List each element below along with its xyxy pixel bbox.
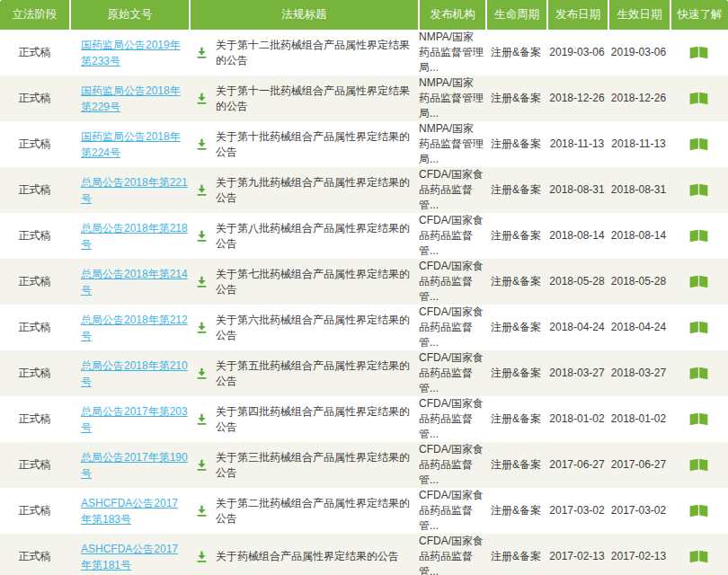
doc-number-link[interactable]: 总局公告2017年第203号	[81, 403, 189, 436]
open-book-icon[interactable]	[688, 457, 709, 473]
title-cell: 关于药械组合产品属性界定结果的公告	[189, 534, 418, 575]
quick-view-cell	[670, 442, 728, 488]
doc-number-link[interactable]: 总局公告2018年第218号	[81, 220, 189, 252]
regulation-title: 关于第十二批药械组合产品属性界定结果的公告	[216, 38, 418, 68]
col-header-original-doc-number: 原始文号	[69, 0, 189, 30]
agency-label: CFDA/国家食品药品监督管...	[418, 259, 484, 305]
download-icon[interactable]	[196, 551, 208, 562]
doc-number-cell: 总局公告2018年第212号	[69, 305, 189, 350]
effective-date-cell: 2019-03-06	[608, 30, 670, 75]
quick-view-cell	[670, 75, 728, 121]
download-icon[interactable]	[196, 184, 208, 196]
lifecycle-label: 注册&备案	[491, 182, 541, 198]
quick-view-cell	[670, 167, 728, 213]
doc-number-link[interactable]: 总局公告2018年第221号	[81, 174, 189, 207]
publish-date-cell: 2018-08-14	[546, 213, 608, 259]
open-book-icon[interactable]	[688, 411, 709, 427]
agency-cell: CFDA/国家食品药品监督管...	[418, 396, 485, 442]
doc-number-link[interactable]: 总局公告2018年第210号	[81, 358, 189, 390]
doc-number-cell: 国药监局公告2019年第233号	[69, 30, 189, 75]
doc-number-cell: 总局公告2017年第190号	[69, 442, 189, 488]
agency-cell: CFDA/国家食品药品监督管...	[418, 259, 485, 305]
publish-date-cell: 2018-01-02	[546, 396, 608, 442]
quick-view-cell	[670, 396, 728, 442]
doc-number-link[interactable]: 国药监局公告2018年第224号	[81, 128, 189, 161]
stage-label: 正式稿	[19, 228, 51, 243]
download-icon[interactable]	[196, 413, 208, 425]
doc-number-link[interactable]: ASHCFDA公告2017年第183号	[81, 495, 189, 527]
effective-date-cell: 2017-06-27	[608, 442, 670, 488]
lifecycle-label: 注册&备案	[491, 228, 541, 243]
download-icon[interactable]	[196, 459, 208, 471]
download-icon[interactable]	[196, 93, 208, 104]
col-header-publish-date: 发布日期	[546, 0, 608, 30]
col-header-quick-view: 快速了解	[670, 0, 728, 30]
col-header-lifecycle: 生命周期	[485, 0, 546, 30]
publish-date: 2018-08-31	[549, 182, 604, 198]
agency-label: CFDA/国家食品药品监督管...	[418, 488, 484, 534]
stage-cell: 正式稿	[0, 488, 69, 534]
publish-date-cell: 2018-04-24	[546, 305, 608, 350]
download-icon[interactable]	[196, 230, 208, 242]
table-row: 正式稿 总局公告2018年第218号 关于第八批药械组合产品属性界定结果的公告 …	[0, 213, 728, 259]
publish-date: 2018-03-27	[549, 366, 604, 381]
publish-date-cell: 2018-08-31	[546, 167, 608, 213]
col-header-regulation-title: 法规标题	[189, 0, 418, 30]
lifecycle-label: 注册&备案	[491, 503, 541, 518]
regulations-table: 立法阶段 原始文号 法规标题 发布机构 生命周期 发布日期 生效日期 快速了解 …	[0, 0, 728, 575]
download-icon[interactable]	[196, 138, 208, 150]
doc-number-cell: ASHCFDA公告2017年第183号	[69, 488, 189, 534]
open-book-icon[interactable]	[688, 320, 709, 335]
publish-date: 2017-02-13	[549, 549, 604, 564]
download-icon[interactable]	[196, 47, 208, 58]
agency-label: CFDA/国家食品药品监督管...	[418, 396, 484, 442]
open-book-icon[interactable]	[688, 503, 709, 518]
effective-date: 2018-08-14	[611, 228, 666, 243]
regulation-title: 关于第二批药械组合产品属性界定结果的公告	[216, 496, 418, 526]
agency-cell: CFDA/国家食品药品监督管...	[418, 488, 485, 534]
open-book-icon[interactable]	[688, 366, 709, 381]
quick-view-cell	[670, 213, 728, 259]
download-icon[interactable]	[196, 276, 208, 288]
doc-number-link[interactable]: 国药监局公告2019年第233号	[81, 37, 189, 69]
quick-view-cell	[670, 30, 728, 75]
stage-label: 正式稿	[19, 503, 51, 518]
table-row: 正式稿 国药监局公告2018年第229号 关于第十一批药械组合产品属性界定结果的…	[0, 75, 728, 121]
doc-number-link[interactable]: 总局公告2018年第212号	[81, 312, 189, 344]
open-book-icon[interactable]	[688, 549, 709, 564]
open-book-icon[interactable]	[688, 91, 709, 106]
publish-date-cell: 2018-12-26	[546, 75, 608, 121]
lifecycle-label: 注册&备案	[491, 320, 541, 335]
title-cell: 关于第六批药械组合产品属性界定结果的公告	[189, 305, 418, 350]
regulation-title: 关于第八批药械组合产品属性界定结果的公告	[216, 221, 418, 252]
effective-date-cell: 2017-02-13	[608, 534, 670, 575]
effective-date: 2019-03-06	[611, 45, 666, 60]
publish-date: 2018-04-24	[549, 320, 604, 335]
doc-number-cell: 总局公告2017年第203号	[69, 396, 189, 442]
lifecycle-label: 注册&备案	[491, 457, 541, 473]
lifecycle-label: 注册&备案	[491, 411, 541, 427]
publish-date-cell: 2017-06-27	[546, 442, 608, 488]
open-book-icon[interactable]	[688, 182, 709, 198]
open-book-icon[interactable]	[688, 137, 709, 152]
download-icon[interactable]	[196, 505, 208, 517]
publish-date: 2018-01-02	[549, 411, 604, 427]
col-header-issuing-agency: 发布机构	[418, 0, 485, 30]
quick-view-cell	[670, 534, 728, 575]
table-row: 正式稿 总局公告2017年第203号 关于第四批药械组合产品属性界定结果的公告 …	[0, 396, 728, 442]
doc-number-link[interactable]: 国药监局公告2018年第229号	[81, 83, 189, 115]
doc-number-link[interactable]: ASHCFDA公告2017年第181号	[81, 541, 189, 573]
doc-number-link[interactable]: 总局公告2018年第214号	[81, 266, 189, 298]
open-book-icon[interactable]	[688, 274, 709, 289]
download-icon[interactable]	[196, 322, 208, 333]
title-cell: 关于第十一批药械组合产品属性界定结果的公告	[189, 75, 418, 121]
open-book-icon[interactable]	[688, 45, 709, 60]
doc-number-link[interactable]: 总局公告2017年第190号	[81, 449, 189, 482]
effective-date: 2017-03-02	[611, 503, 666, 518]
open-book-icon[interactable]	[688, 228, 709, 243]
publish-date-cell: 2017-02-13	[546, 534, 608, 575]
download-icon[interactable]	[196, 367, 208, 379]
effective-date-cell: 2018-01-02	[608, 396, 670, 442]
lifecycle-cell: 注册&备案	[485, 30, 546, 75]
agency-cell: NMPA/国家药品监督管理局...	[418, 30, 485, 75]
